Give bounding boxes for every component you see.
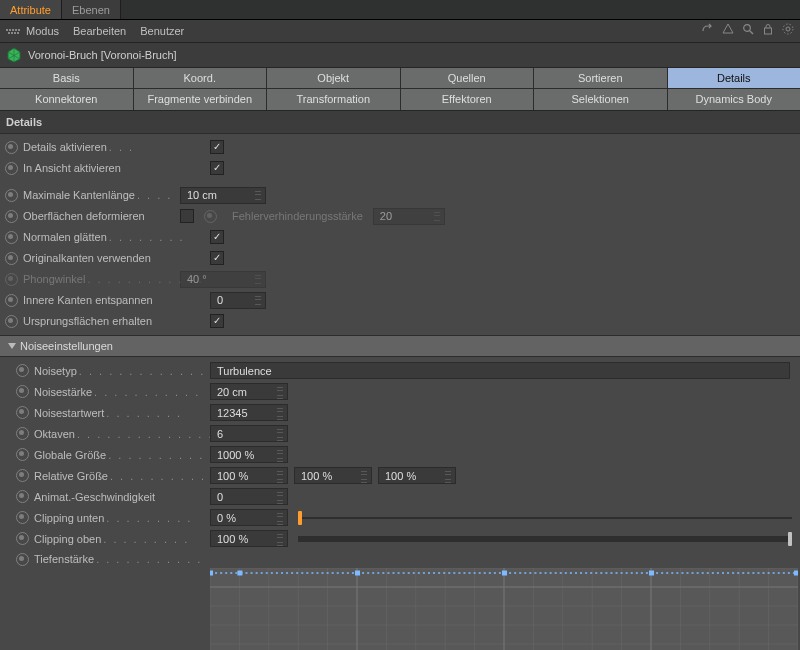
input-noise-strength[interactable]: 20 cm [210, 383, 288, 400]
input-clipping-bottom[interactable]: 0 % [210, 509, 288, 526]
svg-point-4 [783, 24, 793, 34]
row-noise-type: Noisetyp. . . . . . . . . . . . . Turbul… [0, 360, 800, 381]
menu-benutzer[interactable]: Benutzer [140, 24, 184, 38]
input-relative-scale-x[interactable]: 100 % [210, 467, 288, 484]
tab-dynamics[interactable]: Dynamics Body [668, 89, 801, 109]
svg-rect-46 [794, 571, 798, 576]
row-octaves: Oktaven. . . . . . . . . . . . . . 6 [0, 423, 800, 444]
keyframe-dot[interactable] [16, 490, 29, 503]
input-phong-angle: 40 ° [180, 271, 266, 288]
input-octaves[interactable]: 6 [210, 425, 288, 442]
checkbox-smooth-normals[interactable] [210, 230, 224, 244]
input-clipping-top[interactable]: 100 % [210, 530, 288, 547]
input-relative-scale-y[interactable]: 100 % [294, 467, 372, 484]
keyframe-dot[interactable] [5, 141, 18, 154]
keyframe-dot[interactable] [16, 406, 29, 419]
menu-bearbeiten[interactable]: Bearbeiten [73, 24, 126, 38]
spline-graph[interactable]: 0.8 0.4 [210, 568, 798, 650]
tab-selektionen[interactable]: Selektionen [534, 89, 667, 109]
row-anim-speed: Animat.-Geschwindigkeit 0 [0, 486, 800, 507]
keyframe-dot[interactable] [16, 448, 29, 461]
tab-details[interactable]: Details [668, 68, 801, 88]
keyframe-dot [204, 210, 217, 223]
slider-clipping-bottom[interactable] [298, 509, 792, 527]
row-deform-surfaces: Oberflächen deformieren Fehlerverhinderu… [0, 206, 800, 227]
tab-attribute[interactable]: Attribute [0, 0, 62, 19]
dropdown-noise-type[interactable]: Turbulence [210, 362, 790, 379]
svg-rect-44 [502, 571, 507, 576]
keyframe-dot[interactable] [5, 231, 18, 244]
settings-icon[interactable] [782, 23, 794, 38]
keyframe-dot [5, 273, 18, 286]
keyframe-dot[interactable] [16, 511, 29, 524]
search-icon[interactable] [742, 23, 754, 38]
keyframe-dot[interactable] [5, 252, 18, 265]
gripper-icon[interactable] [6, 29, 20, 34]
input-global-scale[interactable]: 1000 % [210, 446, 288, 463]
checkbox-keep-original-faces[interactable] [210, 314, 224, 328]
keyframe-dot[interactable] [5, 162, 18, 175]
object-name: Voronoi-Bruch [Voronoi-Bruch] [28, 48, 177, 62]
menu-bar: Modus Bearbeiten Benutzer [0, 20, 800, 43]
input-noise-seed[interactable]: 12345 [210, 404, 288, 421]
row-max-edge-length: Maximale Kantenlänge. . . . 10 cm [0, 185, 800, 206]
history-back-icon[interactable] [702, 23, 714, 38]
tab-konnektoren[interactable]: Konnektoren [0, 89, 133, 109]
keyframe-dot[interactable] [5, 189, 18, 202]
row-noise-strength: Noisestärke. . . . . . . . . . . 20 cm [0, 381, 800, 402]
lock-icon[interactable] [762, 23, 774, 38]
attribute-tabs: Basis Koord. Objekt Quellen Sortieren De… [0, 68, 800, 111]
row-global-scale: Globale Größe. . . . . . . . . . 1000 % [0, 444, 800, 465]
keyframe-dot[interactable] [5, 315, 18, 328]
up-arrow-icon[interactable] [722, 23, 734, 38]
svg-point-3 [786, 27, 790, 31]
svg-rect-2 [765, 28, 772, 34]
input-anim-speed[interactable]: 0 [210, 488, 288, 505]
svg-rect-41 [210, 571, 213, 576]
row-clipping-bottom: Clipping unten. . . . . . . . . 0 % [0, 507, 800, 528]
voronoi-icon [6, 47, 22, 63]
keyframe-dot[interactable] [16, 469, 29, 482]
row-details-activate: Details aktivieren. . . [0, 137, 800, 158]
disclosure-triangle-icon [8, 343, 16, 349]
input-error-strength: 20 [373, 208, 445, 225]
tab-ebenen[interactable]: Ebenen [62, 0, 121, 19]
slider-clipping-top[interactable] [298, 530, 792, 548]
tab-fragmente[interactable]: Fragmente verbinden [134, 89, 267, 109]
noise-settings-header[interactable]: Noiseeinstellungen [0, 335, 800, 357]
tab-quellen[interactable]: Quellen [401, 68, 534, 88]
object-header: Voronoi-Bruch [Voronoi-Bruch] [0, 43, 800, 68]
keyframe-dot[interactable] [16, 532, 29, 545]
keyframe-dot[interactable] [16, 364, 29, 377]
row-viewport-activate: In Ansicht aktivieren [0, 158, 800, 179]
input-relax-inner-edges[interactable]: 0 [210, 292, 266, 309]
keyframe-dot[interactable] [5, 294, 18, 307]
label-error-strength: Fehlerverhinderungsstärke [232, 209, 363, 223]
svg-rect-45 [649, 571, 654, 576]
keyframe-dot[interactable] [16, 553, 29, 566]
keyframe-dot[interactable] [16, 427, 29, 440]
row-clipping-top: Clipping oben. . . . . . . . . 100 % [0, 528, 800, 549]
checkbox-viewport-activate[interactable] [210, 161, 224, 175]
menu-modus[interactable]: Modus [26, 24, 59, 38]
tab-effektoren[interactable]: Effektoren [401, 89, 534, 109]
checkbox-original-edges[interactable] [210, 251, 224, 265]
input-max-edge-length[interactable]: 10 cm [180, 187, 266, 204]
row-phong-angle: Phongwinkel. . . . . . . . . . . . 40 ° [0, 269, 800, 290]
tab-transformation[interactable]: Transformation [267, 89, 400, 109]
svg-point-0 [744, 25, 751, 32]
checkbox-deform-surfaces[interactable] [180, 209, 194, 223]
tab-objekt[interactable]: Objekt [267, 68, 400, 88]
row-smooth-normals: Normalen glätten. . . . . . . . [0, 227, 800, 248]
keyframe-dot[interactable] [16, 385, 29, 398]
toolbar-right [702, 23, 794, 38]
checkbox-details-activate[interactable] [210, 140, 224, 154]
row-keep-original-faces: Ursprungsflächen erhalten [0, 311, 800, 332]
row-relative-scale: Relative Größe. . . . . . . . . . 100 % … [0, 465, 800, 486]
tab-basis[interactable]: Basis [0, 68, 133, 88]
keyframe-dot[interactable] [5, 210, 18, 223]
tab-koord[interactable]: Koord. [134, 68, 267, 88]
svg-rect-43 [355, 571, 360, 576]
input-relative-scale-z[interactable]: 100 % [378, 467, 456, 484]
tab-sortieren[interactable]: Sortieren [534, 68, 667, 88]
